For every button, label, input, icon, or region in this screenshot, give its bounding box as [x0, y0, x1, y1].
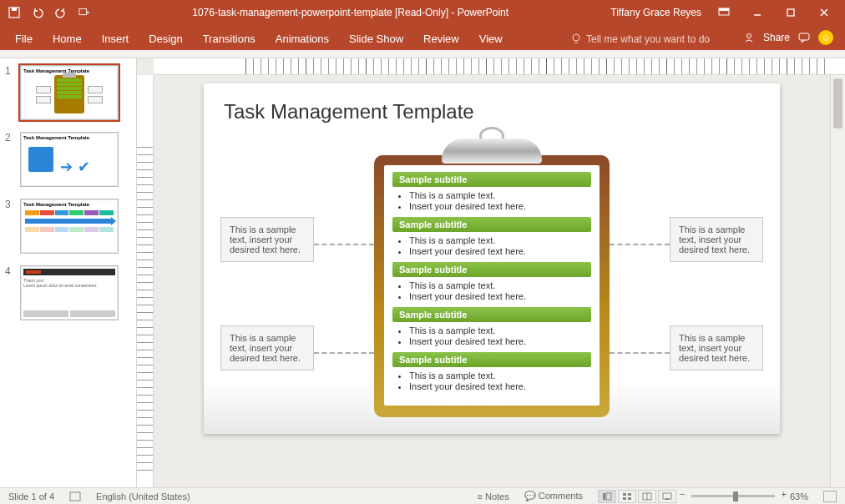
bullet-item: This is a sample text. — [409, 190, 591, 200]
tab-home[interactable]: Home — [43, 28, 92, 50]
section-bullets[interactable]: This is a sample text.Insert your desire… — [392, 367, 591, 397]
tab-slideshow[interactable]: Slide Show — [339, 28, 413, 50]
horizontal-ruler[interactable] — [154, 58, 845, 75]
thumbnail-2[interactable]: 2 Task Management Template ➔✔ — [5, 132, 131, 187]
bullet-item: Insert your desired text here. — [409, 246, 591, 256]
thumbnail-preview[interactable]: Task Management Template ➔✔ — [20, 132, 119, 187]
close-icon[interactable] — [812, 4, 837, 21]
zoom-level[interactable]: 63% — [790, 491, 808, 501]
svg-point-9 — [573, 34, 579, 41]
slide-title[interactable]: Task Management Template — [224, 100, 760, 123]
view-buttons — [598, 490, 676, 503]
section-bullets[interactable]: This is a sample text.Insert your desire… — [392, 187, 591, 217]
thumb3-title: Task Management Template — [23, 202, 115, 207]
slide-thumbnail-panel[interactable]: 1 Task Management Template 2 Task Manage… — [0, 58, 137, 487]
zoom-slider[interactable] — [691, 495, 775, 497]
title-bar: 1076-task-management-powerpoint-template… — [0, 0, 845, 25]
connector-line — [314, 352, 374, 354]
tab-insert[interactable]: Insert — [92, 28, 139, 50]
section-bullets[interactable]: This is a sample text.Insert your desire… — [392, 232, 591, 262]
thumbnail-number: 4 — [5, 265, 15, 320]
share-button[interactable]: Share — [763, 32, 790, 43]
window-title: 1076-task-management-powerpoint-template… — [90, 7, 610, 18]
spellcheck-icon[interactable] — [69, 491, 81, 501]
tab-animations[interactable]: Animations — [266, 28, 339, 50]
callout-bottom-right[interactable]: This is a sample text, insert your desir… — [670, 325, 763, 370]
svg-rect-12 — [799, 33, 809, 40]
slide-canvas[interactable]: Task Management Template This is a sampl… — [204, 83, 780, 434]
tab-design[interactable]: Design — [139, 28, 192, 50]
slideshow-view-icon[interactable] — [658, 490, 676, 503]
tell-me-search[interactable] — [563, 33, 736, 50]
vertical-ruler[interactable] — [137, 75, 154, 487]
comments-button[interactable]: 💬 Comments — [524, 491, 583, 501]
svg-rect-19 — [628, 497, 631, 500]
svg-rect-22 — [663, 493, 671, 499]
tab-file[interactable]: File — [5, 28, 43, 50]
section-heading[interactable]: Sample subtitle — [392, 307, 591, 322]
lightbulb-icon — [571, 33, 581, 45]
thumbnail-preview[interactable]: Task Management Template — [20, 199, 119, 254]
clipboard-paper: Sample subtitleThis is a sample text.Ins… — [384, 165, 600, 406]
section-heading[interactable]: Sample subtitle — [392, 262, 591, 277]
start-from-beginning-icon[interactable] — [78, 7, 90, 18]
section-bullets[interactable]: This is a sample text.Insert your desire… — [392, 322, 591, 352]
svg-rect-4 — [719, 8, 729, 11]
svg-rect-15 — [606, 493, 611, 500]
normal-view-icon[interactable] — [598, 490, 616, 503]
section-bullets[interactable]: This is a sample text.Insert your desire… — [392, 277, 591, 307]
callout-bottom-left[interactable]: This is a sample text, insert your desir… — [220, 325, 314, 370]
section-heading[interactable]: Sample subtitle — [392, 217, 591, 232]
slide-editor: Task Management Template This is a sampl… — [137, 58, 845, 487]
thumbnail-4[interactable]: 4 Thank you! Lorem ipsum dolor sit amet … — [5, 265, 131, 320]
section-heading[interactable]: Sample subtitle — [392, 172, 591, 187]
thumb2-title: Task Management Template — [23, 135, 115, 140]
slide-sorter-view-icon[interactable] — [618, 490, 636, 503]
tell-me-input[interactable] — [586, 33, 728, 45]
ribbon-tabs: File Home Insert Design Transitions Anim… — [0, 25, 845, 50]
clipboard-graphic[interactable]: Sample subtitleThis is a sample text.Ins… — [374, 134, 610, 417]
svg-point-11 — [746, 34, 751, 38]
status-bar: Slide 1 of 4 English (United States) ≡ N… — [0, 487, 845, 504]
tab-transitions[interactable]: Transitions — [193, 28, 266, 50]
svg-rect-18 — [623, 497, 626, 500]
reading-view-icon[interactable] — [638, 490, 656, 503]
vertical-scrollbar[interactable] — [830, 75, 845, 487]
thumbnail-1[interactable]: 1 Task Management Template — [5, 65, 131, 120]
user-name: Tiffany Grace Reyes — [610, 7, 701, 18]
tab-view[interactable]: View — [469, 28, 513, 50]
clipboard-clip-icon — [442, 139, 542, 164]
maximize-icon[interactable] — [778, 4, 803, 21]
bullet-item: This is a sample text. — [409, 280, 591, 290]
scrollbar-thumb[interactable] — [833, 78, 842, 129]
bullet-item: Insert your desired text here. — [409, 291, 591, 301]
share-icon[interactable] — [743, 32, 755, 43]
connector-line — [610, 352, 670, 354]
minimize-icon[interactable] — [745, 4, 770, 21]
slide-indicator: Slide 1 of 4 — [8, 491, 54, 501]
notes-button[interactable]: ≡ Notes — [477, 491, 509, 501]
bullet-item: Insert your desired text here. — [409, 201, 591, 211]
svg-rect-6 — [787, 9, 794, 16]
tab-review[interactable]: Review — [413, 28, 469, 50]
comments-icon[interactable] — [798, 32, 810, 43]
bullet-item: Insert your desired text here. — [409, 336, 591, 346]
save-icon[interactable] — [8, 7, 20, 18]
fit-to-window-icon[interactable] — [823, 491, 837, 502]
feedback-smile-icon[interactable]: ☺ — [818, 30, 833, 45]
redo-icon[interactable] — [55, 7, 67, 18]
thumbnail-preview[interactable]: Task Management Template — [20, 65, 119, 120]
thumbnail-3[interactable]: 3 Task Management Template — [5, 199, 131, 254]
connector-line — [314, 244, 374, 245]
language-indicator[interactable]: English (United States) — [96, 491, 190, 501]
thumbnail-preview[interactable]: Thank you! Lorem ipsum dolor sit amet co… — [20, 265, 119, 320]
undo-icon[interactable] — [32, 7, 43, 18]
section-heading[interactable]: Sample subtitle — [392, 352, 591, 367]
callout-top-right[interactable]: This is a sample text, insert your desir… — [670, 217, 763, 262]
slide-canvas-area[interactable]: Task Management Template This is a sampl… — [154, 75, 830, 487]
thumbnail-number: 3 — [5, 199, 15, 254]
ribbon-display-icon[interactable] — [711, 4, 736, 21]
svg-rect-17 — [628, 493, 631, 496]
callout-top-left[interactable]: This is a sample text, insert your desir… — [220, 217, 314, 262]
zoom-slider-thumb[interactable] — [733, 491, 738, 501]
